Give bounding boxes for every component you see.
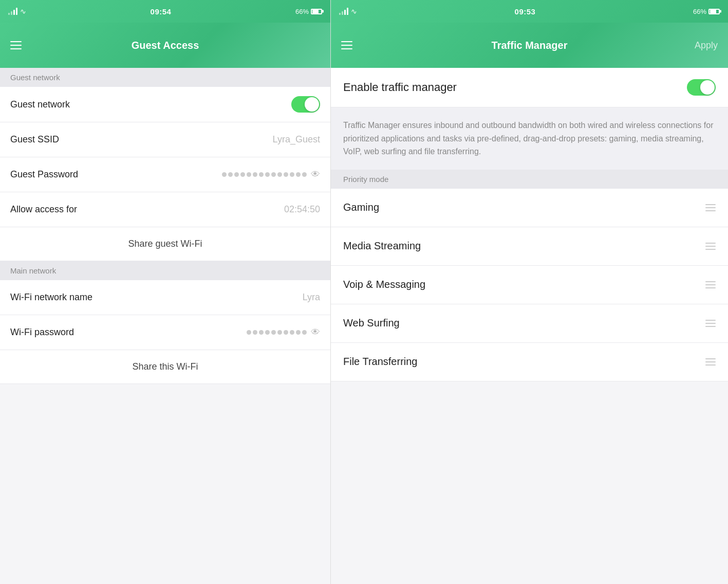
share-wifi-row[interactable]: Share this Wi-Fi: [0, 350, 330, 384]
section-header-guest: Guest network: [0, 68, 330, 87]
allow-access-label: Allow access for: [10, 204, 77, 215]
right-signal-area: ∿: [339, 7, 357, 15]
share-guest-wifi-label: Share guest Wi-Fi: [128, 239, 202, 249]
allow-access-value: 02:54:50: [284, 204, 320, 215]
traffic-manager-description: Traffic Manager ensures inbound and outb…: [331, 107, 728, 170]
left-status-bar: ∿ 09:54 66%: [0, 0, 330, 23]
voip-label: Voip & Messaging: [343, 279, 425, 290]
guest-password-eye-icon[interactable]: 👁: [311, 169, 320, 180]
guest-access-panel: ∿ 09:54 66% Guest Access Guest network G…: [0, 0, 330, 584]
guest-password-field: 👁: [222, 169, 320, 180]
right-battery-percent: 66%: [693, 8, 706, 15]
left-signal-area: ∿: [8, 7, 26, 15]
enable-traffic-manager-toggle[interactable]: [687, 79, 716, 96]
right-battery-icon: [708, 9, 720, 14]
wifi-name-row[interactable]: Wi-Fi network name Lyra: [0, 280, 330, 315]
guest-network-row: Guest network: [0, 87, 330, 122]
right-hamburger-menu-button[interactable]: [341, 41, 352, 49]
guest-password-row[interactable]: Guest Password 👁: [0, 157, 330, 192]
wifi-icon: ∿: [20, 7, 26, 15]
wifi-password-label: Wi-Fi password: [10, 327, 74, 338]
right-nav-bar: Traffic Manager Apply: [331, 23, 728, 68]
wifi-name-value: Lyra: [303, 292, 320, 303]
left-battery-percent: 66%: [295, 8, 309, 15]
web-surfing-drag-handle[interactable]: [705, 320, 716, 327]
guest-password-label: Guest Password: [10, 169, 78, 180]
priority-mode-section-header: Priority mode: [331, 170, 728, 189]
signal-bars-icon: [8, 8, 17, 15]
gaming-label: Gaming: [343, 202, 379, 213]
wifi-password-eye-icon[interactable]: 👁: [311, 327, 320, 338]
right-wifi-icon: ∿: [351, 7, 357, 15]
left-nav-title: Guest Access: [132, 40, 199, 51]
right-time: 09:53: [515, 7, 536, 16]
right-scroll-content: Enable traffic manager Traffic Manager e…: [331, 68, 728, 584]
left-time: 09:54: [151, 7, 172, 16]
hamburger-menu-button[interactable]: [10, 41, 22, 49]
guest-network-label: Guest network: [10, 99, 70, 110]
wifi-password-dots: [247, 330, 307, 335]
priority-row-gaming[interactable]: Gaming: [331, 189, 728, 227]
left-nav-bar: Guest Access: [0, 23, 330, 68]
voip-drag-handle[interactable]: [705, 281, 716, 288]
file-transferring-label: File Transferring: [343, 356, 418, 368]
right-battery-area: 66%: [693, 8, 720, 15]
section-header-main: Main network: [0, 261, 330, 280]
battery-icon: [311, 9, 322, 14]
guest-network-toggle[interactable]: [291, 96, 320, 113]
right-signal-bars-icon: [339, 8, 348, 15]
guest-ssid-value: Lyra_Guest: [273, 134, 320, 145]
guest-ssid-label: Guest SSID: [10, 134, 59, 145]
guest-password-dots: [222, 172, 307, 177]
media-streaming-label: Media Streaming: [343, 240, 421, 252]
share-wifi-label: Share this Wi-Fi: [132, 361, 198, 372]
traffic-manager-panel: ∿ 09:53 66% Traffic Manager Apply Enable…: [330, 0, 728, 584]
enable-traffic-manager-label: Enable traffic manager: [343, 81, 457, 94]
share-guest-wifi-row[interactable]: Share guest Wi-Fi: [0, 227, 330, 261]
guest-ssid-row[interactable]: Guest SSID Lyra_Guest: [0, 122, 330, 157]
priority-row-file-transferring[interactable]: File Transferring: [331, 343, 728, 381]
media-streaming-drag-handle[interactable]: [705, 243, 716, 250]
enable-traffic-manager-row: Enable traffic manager: [331, 68, 728, 107]
priority-row-web-surfing[interactable]: Web Surfing: [331, 304, 728, 343]
apply-button[interactable]: Apply: [695, 40, 718, 51]
file-transferring-drag-handle[interactable]: [705, 358, 716, 366]
left-battery-area: 66%: [295, 8, 322, 15]
right-nav-title: Traffic Manager: [492, 40, 568, 51]
wifi-password-row[interactable]: Wi-Fi password 👁: [0, 315, 330, 350]
left-scroll-content: Guest network Guest network Guest SSID L…: [0, 68, 330, 584]
priority-row-media-streaming[interactable]: Media Streaming: [331, 227, 728, 266]
priority-row-voip[interactable]: Voip & Messaging: [331, 266, 728, 304]
right-status-bar: ∿ 09:53 66%: [331, 0, 728, 23]
gaming-drag-handle[interactable]: [705, 204, 716, 211]
wifi-name-label: Wi-Fi network name: [10, 292, 92, 303]
web-surfing-label: Web Surfing: [343, 317, 400, 329]
wifi-password-field: 👁: [247, 327, 320, 338]
allow-access-row[interactable]: Allow access for 02:54:50: [0, 192, 330, 227]
